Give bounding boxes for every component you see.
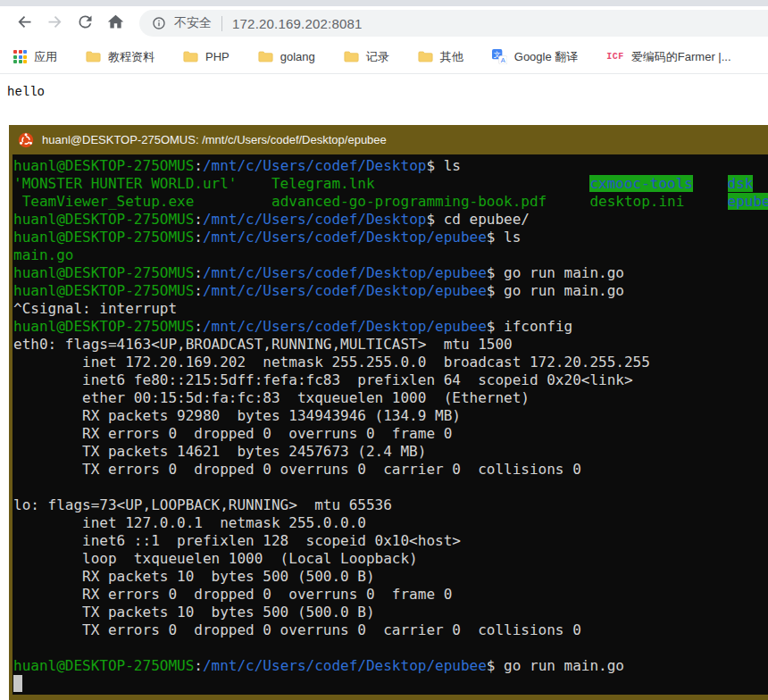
folder-icon <box>344 50 359 63</box>
terminal-titlebar[interactable]: huanl@DESKTOP-275OMUS: /mnt/c/Users/code… <box>9 125 768 154</box>
terminal-body[interactable]: huanl@DESKTOP-275OMUS:/mnt/c/Users/codef… <box>9 154 768 700</box>
reload-icon <box>76 12 95 34</box>
security-label[interactable]: 不安全 <box>174 15 212 31</box>
folder-icon <box>86 50 101 63</box>
terminal-output: huanl@DESKTOP-275OMUS:/mnt/c/Users/codef… <box>13 157 768 693</box>
folder-icon <box>258 50 273 63</box>
forward-button[interactable] <box>39 8 70 38</box>
ubuntu-icon[interactable] <box>18 132 34 148</box>
bookmark-item-google-translate[interactable]: 文 A Google 翻译 <box>484 45 587 70</box>
bookmark-item-others[interactable]: 其他 <box>410 45 472 70</box>
bookmark-item-php[interactable]: PHP <box>175 45 238 70</box>
folder-icon <box>418 50 433 63</box>
bookmark-item-tutorials[interactable]: 教程资料 <box>78 45 163 70</box>
bookmark-item-golang[interactable]: golang <box>250 45 323 70</box>
screen: 不安全 172.20.169.202:8081 应用 教程资料 PHP gola… <box>0 0 768 700</box>
terminal-window: huanl@DESKTOP-275OMUS: /mnt/c/Users/code… <box>9 125 768 700</box>
back-arrow-icon <box>15 12 34 34</box>
bookmark-item-notes[interactable]: 记录 <box>336 45 397 70</box>
icf-icon: ICF <box>606 52 624 62</box>
home-icon <box>106 12 125 34</box>
home-button[interactable] <box>100 8 130 38</box>
apps-grid-icon <box>13 50 27 63</box>
address-bar[interactable]: 不安全 172.20.169.202:8081 <box>139 10 768 37</box>
bookmarks-bar: 应用 教程资料 PHP golang 记录 其他 <box>0 40 768 74</box>
back-button[interactable] <box>9 8 39 38</box>
google-translate-icon: 文 A <box>492 49 507 64</box>
bookmark-item-apps[interactable]: 应用 <box>5 45 65 70</box>
info-icon <box>152 16 166 30</box>
forward-arrow-icon <box>46 12 64 34</box>
bookmark-item-farmer[interactable]: ICF 爱编码的Farmer |... <box>598 45 739 70</box>
page-text: hello <box>7 85 45 99</box>
folder-icon <box>183 50 198 63</box>
address-url: 172.20.169.202:8081 <box>232 16 363 31</box>
browser-toolbar: 不安全 172.20.169.202:8081 <box>0 6 768 40</box>
reload-button[interactable] <box>70 8 100 38</box>
address-separator <box>221 16 222 31</box>
terminal-title: huanl@DESKTOP-275OMUS: /mnt/c/Users/code… <box>42 133 387 146</box>
window-top-strip <box>0 0 768 6</box>
page-content: hello <box>0 74 768 108</box>
browser-window: 不安全 172.20.169.202:8081 应用 教程资料 PHP gola… <box>0 0 768 108</box>
